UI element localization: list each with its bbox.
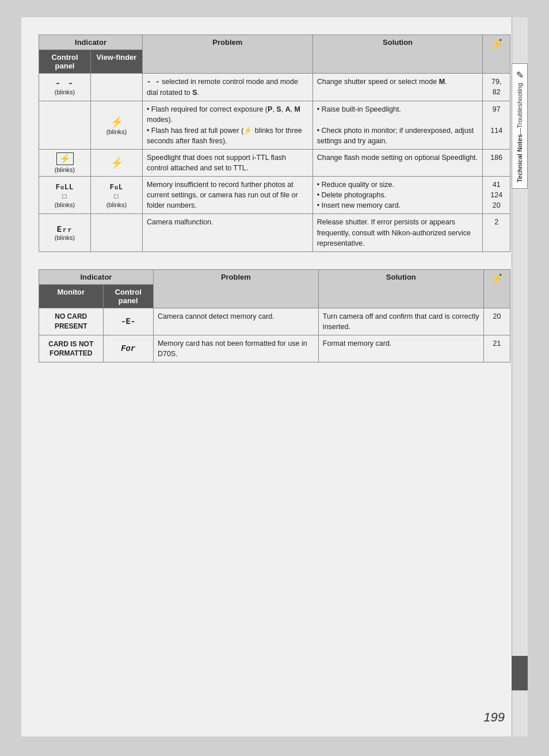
full-display: FuLL□ xyxy=(56,184,74,201)
sidebar-regular-text: Troubleshooting xyxy=(516,83,523,128)
table1-indicator-header: Indicator xyxy=(39,35,143,50)
solution-cell: Raise built-in Speedlight. Check photo i… xyxy=(312,101,483,150)
table1-header-top: Indicator Problem Solution ⚡̇ xyxy=(39,35,510,50)
control-cell: -E- xyxy=(103,308,153,335)
table-row: Err (blinks) Camera malfunction. Release… xyxy=(39,214,510,251)
control-cell: Err (blinks) xyxy=(39,214,91,251)
table2-header-top: Indicator Problem Solution ⚡̇ xyxy=(39,269,510,284)
solution-cell: Reduce quality or size. Delete photograp… xyxy=(312,177,483,214)
table2: Indicator Problem Solution ⚡̇ Monitor Co… xyxy=(39,269,510,363)
blinks-label: (blinks) xyxy=(43,201,86,208)
table2-monitor-header: Monitor xyxy=(39,284,104,308)
edit-icon: ✎ xyxy=(516,70,524,81)
table1-solution-header: Solution xyxy=(312,35,483,74)
blinks-label: (blinks) xyxy=(43,89,86,96)
sidebar-text: Technical Notes—Troubleshooting xyxy=(516,83,524,182)
solution-cell: Release shutter. If error persists or ap… xyxy=(312,214,483,251)
problem-cell: Flash required for correct exposure (P, … xyxy=(143,101,313,150)
problem-cell: - - selected in remote control mode and … xyxy=(143,74,313,101)
viewfinder-cell: FuL□ (blinks) xyxy=(91,177,143,214)
for-display: For xyxy=(121,344,135,353)
table-row: CARD IS NOTFORMATTED For Memory card has… xyxy=(39,335,510,362)
control-cell: For xyxy=(103,335,153,362)
ful-display: FuL□ xyxy=(110,184,123,201)
problem-cell: Memory insufficient to record further ph… xyxy=(143,177,313,214)
err-display: Err xyxy=(57,225,73,234)
sidebar-em-dash: — xyxy=(516,128,523,134)
viewfinder-cell: ⚡ xyxy=(91,149,143,176)
control-cell: - - (blinks) xyxy=(39,74,91,101)
control-cell xyxy=(39,101,91,150)
page-cell: 4112420 xyxy=(483,177,510,214)
table-row: ⚡ (blinks) ⚡ Speedlight that does not su… xyxy=(39,149,510,176)
flash-box-icon: ⚡ xyxy=(56,152,74,165)
solution-cell: Change flash mode setting on optional Sp… xyxy=(312,149,483,176)
table1-viewfinder-header: View-finder xyxy=(91,50,143,74)
problem-cell: Camera cannot detect memory card. xyxy=(153,308,318,335)
solution-cell: Format memory card. xyxy=(318,335,483,362)
flash-icon: ⚡ xyxy=(110,157,123,169)
table-row: NO CARDPRESENT -E- Camera cannot detect … xyxy=(39,308,510,335)
control-cell: ⚡ (blinks) xyxy=(39,149,91,176)
problem-cell: Camera malfunction. xyxy=(143,214,313,251)
right-sidebar: ✎ Technical Notes—Troubleshooting xyxy=(512,17,528,736)
solution-cell: Change shutter speed or select mode M. xyxy=(312,74,483,101)
page-cell: 186 xyxy=(483,149,510,176)
page-cell: 2 xyxy=(483,214,510,251)
page-cell: 97114 xyxy=(483,101,510,150)
blinks-label: (blinks) xyxy=(43,234,86,241)
table-row: FuLL□ (blinks) FuL□ (blinks) Memory insu… xyxy=(39,177,510,214)
sidebar-content: ✎ Technical Notes—Troubleshooting xyxy=(512,63,528,189)
control-display: - - xyxy=(55,79,74,89)
table1: Indicator Problem Solution ⚡̇ Control pa… xyxy=(39,35,510,252)
sidebar-bold-text: Technical Notes xyxy=(516,134,523,182)
table2-page-header: ⚡̇ xyxy=(483,269,510,308)
problem-cell: Memory card has not been formatted for u… xyxy=(153,335,318,362)
table2-solution-header: Solution xyxy=(318,269,483,308)
viewfinder-cell xyxy=(91,74,143,101)
control-cell: FuLL□ (blinks) xyxy=(39,177,91,214)
page-number: 199 xyxy=(483,710,505,725)
blinks-label: (blinks) xyxy=(43,166,86,173)
no-card-present-label: NO CARDPRESENT xyxy=(55,312,87,330)
page-cell: 21 xyxy=(483,335,510,362)
card-not-formatted-label: CARD IS NOTFORMATTED xyxy=(48,340,93,358)
page: ✎ Technical Notes—Troubleshooting Indica… xyxy=(21,17,528,736)
monitor-cell: NO CARDPRESENT xyxy=(39,308,104,335)
blinks-label: (blinks) xyxy=(95,128,138,135)
table1-page-header: ⚡̇ xyxy=(483,35,510,74)
problem-cell: Speedlight that does not support i-TTL f… xyxy=(143,149,313,176)
flash-icon: ⚡ xyxy=(110,116,123,128)
table-row: - - (blinks) - - selected in remote cont… xyxy=(39,74,510,101)
monitor-cell: CARD IS NOTFORMATTED xyxy=(39,335,104,362)
e-display: -E- xyxy=(121,317,135,326)
blinks-label: (blinks) xyxy=(95,201,138,208)
table2-control-header: Control panel xyxy=(103,284,153,308)
table1-problem-header: Problem xyxy=(143,35,313,74)
page-cell: 79,82 xyxy=(483,74,510,101)
table1-control-header: Control panel xyxy=(39,50,91,74)
gray-bar xyxy=(512,656,528,690)
viewfinder-cell: ⚡ (blinks) xyxy=(91,101,143,150)
solution-cell: Turn camera off and confirm that card is… xyxy=(318,308,483,335)
page-cell: 20 xyxy=(483,308,510,335)
table2-problem-header: Problem xyxy=(153,269,318,308)
viewfinder-cell xyxy=(91,214,143,251)
table-row: ⚡ (blinks) Flash required for correct ex… xyxy=(39,101,510,150)
table2-indicator-header: Indicator xyxy=(39,269,154,284)
